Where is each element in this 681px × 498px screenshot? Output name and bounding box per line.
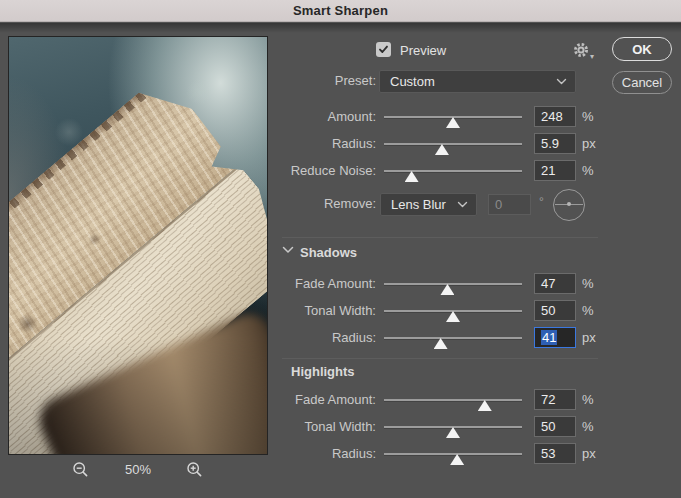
shadows-tonal-width-slider[interactable] — [384, 310, 522, 313]
reduce-noise-unit: % — [582, 163, 594, 178]
shadows-radius-slider[interactable] — [384, 337, 522, 340]
preview-checkbox-label: Preview — [400, 43, 446, 58]
chevron-down-icon — [457, 201, 468, 208]
preset-row: Preset: Custom — [0, 70, 681, 94]
shadows-fade-amount-input[interactable]: 47 — [534, 273, 576, 294]
shadows-fade-amount-slider-thumb[interactable] — [440, 284, 454, 295]
shadows-radius-slider-thumb[interactable] — [434, 338, 448, 349]
preview-checkbox[interactable] — [376, 42, 391, 57]
remove-row: Remove: Lens Blur 0 ° — [0, 193, 681, 217]
gear-menu-caret-icon: ▾ — [590, 52, 594, 61]
preset-dropdown[interactable]: Custom — [379, 70, 576, 93]
reduce-noise-input[interactable]: 21 — [534, 160, 576, 181]
shadows-radius-unit: px — [582, 330, 596, 345]
reduce-noise-slider-thumb[interactable] — [405, 171, 419, 182]
radius-input[interactable]: 5.9 — [534, 133, 576, 154]
highlights-tonal-width-input[interactable]: 50 — [534, 416, 576, 437]
amount-label: Amount: — [236, 109, 376, 124]
degree-symbol: ° — [539, 195, 544, 209]
remove-dropdown[interactable]: Lens Blur — [380, 193, 477, 216]
shadows-header[interactable]: Shadows — [300, 245, 357, 260]
ok-button[interactable]: OK — [612, 37, 672, 61]
amount-slider-thumb[interactable] — [446, 117, 460, 128]
highlights-tonal-width-label: Tonal Width: — [236, 419, 376, 434]
angle-dial[interactable] — [553, 189, 585, 221]
reduce-noise-slider[interactable] — [384, 170, 522, 173]
smart-sharpen-dialog: Smart Sharpen 50% — [0, 0, 681, 498]
dialog-title: Smart Sharpen — [293, 3, 388, 18]
amount-row: Amount: 248 % — [0, 106, 681, 130]
highlights-tonal-width-slider-thumb[interactable] — [446, 427, 460, 438]
chevron-down-icon — [556, 78, 567, 85]
highlights-header[interactable]: Highlights — [291, 364, 355, 379]
highlights-fade-amount-label: Fade Amount: — [236, 392, 376, 407]
angle-input[interactable]: 0 — [488, 194, 531, 215]
titlebar-shadow — [0, 23, 681, 33]
shadows-fade-amount-label: Fade Amount: — [236, 276, 376, 291]
highlights-fade-amount-input[interactable]: 72 — [534, 389, 576, 410]
shadows-radius-row: Radius: 41 px — [0, 327, 681, 351]
shadows-tonal-width-slider-thumb[interactable] — [446, 311, 460, 322]
separator — [282, 358, 598, 359]
amount-unit: % — [582, 109, 594, 124]
highlights-radius-slider[interactable] — [384, 453, 522, 456]
highlights-fade-amount-slider-thumb[interactable] — [478, 400, 492, 411]
highlights-radius-label: Radius: — [236, 446, 376, 461]
reduce-noise-row: Reduce Noise: 21 % — [0, 160, 681, 184]
preset-value: Custom — [380, 74, 556, 89]
highlights-radius-unit: px — [582, 446, 596, 461]
radius-slider[interactable] — [384, 143, 522, 146]
reduce-noise-label: Reduce Noise: — [236, 163, 376, 178]
title-bar: Smart Sharpen — [0, 0, 681, 22]
radius-unit: px — [582, 136, 596, 151]
highlights-fade-amount-slider[interactable] — [384, 399, 522, 402]
shadows-tonal-width-unit: % — [582, 303, 594, 318]
shadows-tonal-width-label: Tonal Width: — [236, 303, 376, 318]
shadows-fade-amount-row: Fade Amount: 47 % — [0, 273, 681, 297]
preset-label: Preset: — [236, 73, 376, 88]
radius-label: Radius: — [236, 136, 376, 151]
shadows-fade-amount-slider[interactable] — [384, 283, 522, 286]
highlights-tonal-width-slider[interactable] — [384, 426, 522, 429]
highlights-fade-amount-unit: % — [582, 392, 594, 407]
highlights-radius-slider-thumb[interactable] — [450, 454, 464, 465]
check-icon — [378, 44, 389, 55]
shadows-fade-amount-unit: % — [582, 276, 594, 291]
highlights-tonal-width-row: Tonal Width: 50 % — [0, 416, 681, 440]
shadows-tonal-width-row: Tonal Width: 50 % — [0, 300, 681, 324]
highlights-tonal-width-unit: % — [582, 419, 594, 434]
shadows-tonal-width-input[interactable]: 50 — [534, 300, 576, 321]
remove-label: Remove: — [236, 196, 376, 211]
highlights-fade-amount-row: Fade Amount: 72 % — [0, 389, 681, 413]
amount-input[interactable]: 248 — [534, 106, 576, 127]
highlights-radius-input[interactable]: 53 — [534, 443, 576, 464]
radius-slider-thumb[interactable] — [435, 144, 449, 155]
remove-value: Lens Blur — [381, 197, 457, 212]
shadows-radius-input-selected[interactable]: 41 — [534, 327, 576, 348]
gear-icon[interactable] — [572, 41, 590, 59]
amount-slider[interactable] — [384, 116, 522, 119]
angle-dial-dot — [567, 202, 571, 206]
shadows-radius-label: Radius: — [236, 330, 376, 345]
radius-row: Radius: 5.9 px — [0, 133, 681, 157]
shadows-disclosure-chevron-icon[interactable] — [282, 246, 294, 258]
separator — [282, 237, 598, 238]
highlights-radius-row: Radius: 53 px — [0, 443, 681, 467]
